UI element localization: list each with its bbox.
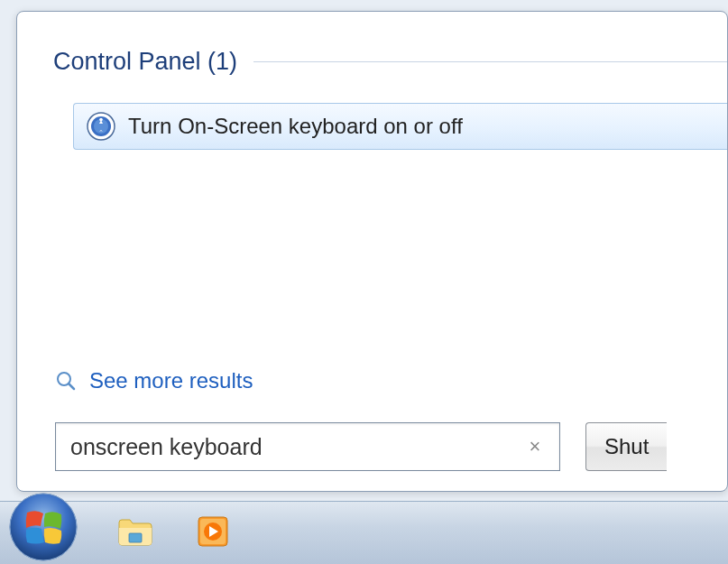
clear-icon[interactable]: × — [525, 437, 545, 457]
shutdown-button[interactable]: Shut — [585, 422, 667, 471]
shutdown-label: Shut — [604, 434, 649, 459]
svg-line-5 — [69, 384, 74, 389]
taskbar — [0, 501, 728, 564]
search-icon — [55, 370, 77, 392]
category-divider — [253, 61, 727, 62]
see-more-results[interactable]: See more results — [55, 368, 253, 393]
category-label: Control Panel (1) — [53, 48, 237, 76]
svg-rect-8 — [129, 533, 142, 542]
taskbar-explorer-button[interactable] — [114, 514, 157, 552]
result-label: Turn On-Screen keyboard on or off — [128, 114, 463, 139]
see-more-label: See more results — [89, 368, 253, 393]
result-item-onscreen-keyboard[interactable]: Turn On-Screen keyboard on or off — [73, 103, 727, 150]
taskbar-media-player-button[interactable] — [191, 514, 235, 552]
folder-icon — [116, 515, 154, 551]
start-menu-panel: Control Panel (1) Turn On-Screen keyboar… — [16, 11, 728, 492]
search-box[interactable]: × — [55, 422, 560, 471]
media-player-icon — [197, 515, 229, 551]
search-input[interactable] — [70, 434, 525, 460]
category-header: Control Panel (1) — [53, 48, 727, 76]
accessibility-icon — [87, 112, 115, 141]
search-row: × Shut — [55, 422, 727, 471]
start-button[interactable] — [7, 491, 79, 563]
svg-point-3 — [99, 118, 103, 122]
